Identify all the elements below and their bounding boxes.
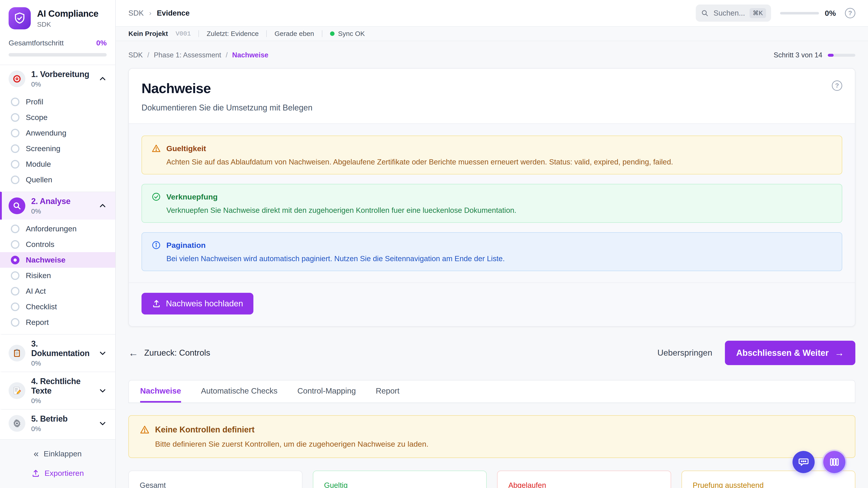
floating-action-buttons	[793, 451, 845, 473]
sidebar-section-dokumentation[interactable]: 3. Dokumentation 0%	[0, 334, 115, 372]
sidebar-item-screening[interactable]: Screening	[0, 141, 115, 156]
tab-automatische-checks[interactable]: Automatische Checks	[201, 381, 277, 402]
project-name: Kein Projekt	[128, 30, 168, 37]
section-vorbereitung-items: Profil Scope Anwendung Screening Module …	[0, 93, 115, 192]
section-title: 1. Vorbereitung	[31, 70, 92, 79]
card-help-icon[interactable]: ?	[832, 80, 842, 91]
breadcrumb-current: Evidence	[157, 9, 190, 18]
progress-value: 0%	[825, 9, 836, 18]
sidebar-footer: « Einklappen Exportieren	[0, 439, 115, 488]
page-breadcrumb: SDK / Phase 1: Assessment / Nachweise	[128, 51, 268, 59]
nachweise-card: Nachweise Dokumentieren Sie die Umsetzun…	[128, 68, 855, 327]
app-logo-row: AI Compliance SDK	[0, 0, 115, 35]
stat-card-gesamt: Gesamt 0	[128, 470, 303, 488]
radio-selected-icon	[11, 256, 20, 264]
page-subtitle: Dokumentieren Sie die Umsetzung mit Bele…	[142, 103, 312, 112]
section-pct: 0%	[31, 425, 92, 433]
info-circle-icon	[151, 240, 161, 250]
overall-progress-bar	[8, 53, 107, 57]
sidebar-item-quellen[interactable]: Quellen	[0, 172, 115, 188]
radio-icon	[11, 175, 20, 184]
tab-report[interactable]: Report	[376, 381, 399, 402]
stats-row: Gesamt 0 Gueltig 0 Abgelaufen 0 Pruefung…	[128, 470, 855, 488]
page-content: SDK / Phase 1: Assessment / Nachweise Sc…	[116, 41, 868, 488]
shield-check-logo-icon	[8, 7, 31, 29]
chevron-up-icon	[98, 74, 107, 84]
sync-status: Sync OK	[330, 30, 365, 37]
version-tag: V001	[176, 30, 191, 37]
search-icon	[701, 9, 709, 17]
back-to-controls-link[interactable]: ← Zurueck: Controls	[128, 347, 210, 359]
clipboard-icon	[8, 345, 25, 361]
topbar-breadcrumb: SDK › Evidence	[128, 9, 190, 18]
radio-icon	[11, 225, 20, 233]
sidebar-item-nachweise[interactable]: Nachweise	[0, 252, 115, 268]
radio-icon	[11, 98, 20, 106]
chevron-down-icon	[98, 349, 107, 358]
sidebar-item-anforderungen[interactable]: Anforderungen	[0, 221, 115, 236]
radio-icon	[11, 287, 20, 295]
sidebar: AI Compliance SDK Gesamtfortschritt 0% 1…	[0, 0, 116, 488]
stat-card-abgelaufen: Abgelaufen 0	[497, 470, 671, 488]
sidebar-nav: 1. Vorbereitung 0% Profil Scope Anwendun…	[0, 65, 115, 439]
no-controls-warning: Keine Kontrollen definiert Bitte definie…	[128, 415, 855, 458]
section-pct: 0%	[31, 80, 92, 88]
gear-icon	[8, 415, 25, 432]
tab-nachweise[interactable]: Nachweise	[140, 381, 181, 402]
sidebar-item-controls[interactable]: Controls	[0, 236, 115, 252]
warning-triangle-icon	[140, 425, 150, 435]
sidebar-section-vorbereitung[interactable]: 1. Vorbereitung 0%	[0, 65, 115, 93]
stat-card-pruefung-ausstehend: Pruefung ausstehend 0	[682, 470, 856, 488]
radio-icon	[11, 240, 20, 249]
sidebar-section-betrieb[interactable]: 5. Betrieb 0%	[0, 409, 115, 437]
divider	[198, 30, 199, 37]
page-title: Nachweise	[142, 80, 312, 96]
breadcrumb-root[interactable]: SDK	[128, 9, 144, 18]
skip-button[interactable]: Ueberspringen	[657, 348, 712, 358]
app-subtitle: SDK	[37, 21, 98, 28]
breadcrumb-current-page: Nachweise	[232, 51, 268, 59]
sidebar-item-risiken[interactable]: Risiken	[0, 268, 115, 283]
section-pct: 0%	[31, 359, 92, 367]
search-input[interactable]: Suchen... ⌘K	[696, 4, 771, 22]
sidebar-item-module[interactable]: Module	[0, 156, 115, 172]
sidebar-item-report[interactable]: Report	[0, 315, 115, 330]
upload-icon	[31, 469, 40, 478]
divider	[266, 30, 267, 37]
section-pct: 0%	[31, 397, 92, 404]
callout-verknuepfung: Verknuepfung Verknuepfen Sie Nachweise d…	[142, 184, 842, 223]
sidebar-section-analyse[interactable]: 2. Analyse 0%	[0, 192, 115, 220]
sidebar-item-scope[interactable]: Scope	[0, 109, 115, 125]
section-analyse-items: Anforderungen Controls Nachweise Risiken…	[0, 220, 115, 334]
radio-icon	[11, 318, 20, 327]
magnifier-icon	[8, 197, 25, 214]
last-visited: Zuletzt: Evidence	[207, 30, 258, 37]
section-title: 3. Dokumentation	[31, 339, 92, 358]
export-button[interactable]: Exportieren	[31, 469, 84, 478]
app-title-block: AI Compliance SDK	[37, 8, 98, 28]
step-progress-bar	[828, 54, 855, 57]
help-icon[interactable]: ?	[845, 8, 855, 18]
collapse-sidebar-button[interactable]: « Einklappen	[34, 449, 82, 459]
overall-progress-block: Gesamtfortschritt 0%	[0, 35, 115, 65]
sidebar-item-ai-act[interactable]: AI Act	[0, 283, 115, 299]
sidebar-item-profil[interactable]: Profil	[0, 94, 115, 109]
breadcrumb-phase[interactable]: Phase 1: Assessment	[154, 51, 221, 59]
upload-evidence-button[interactable]: Nachweis hochladen	[142, 293, 253, 315]
overall-progress-value: 0%	[96, 39, 107, 47]
sidebar-item-checklist[interactable]: Checklist	[0, 299, 115, 315]
chat-button[interactable]	[793, 451, 815, 473]
radio-icon	[11, 144, 20, 153]
breadcrumb-sdk[interactable]: SDK	[128, 51, 143, 59]
section-title: 4. Rechtliche Texte	[31, 377, 92, 396]
sync-label: Sync OK	[338, 30, 365, 37]
complete-and-next-button[interactable]: Abschliessen & Weiter →	[725, 341, 855, 365]
sync-ok-dot-icon	[330, 31, 335, 36]
columns-panel-button[interactable]	[823, 451, 845, 473]
target-icon	[8, 70, 25, 87]
main-area: SDK › Evidence Suchen... ⌘K 0% ? Kein Pr…	[116, 0, 868, 488]
step-progress: Schritt 3 von 14	[774, 51, 855, 59]
tab-control-mapping[interactable]: Control-Mapping	[297, 381, 356, 402]
sidebar-section-rechtliche-texte[interactable]: 4. Rechtliche Texte 0%	[0, 372, 115, 409]
sidebar-item-anwendung[interactable]: Anwendung	[0, 125, 115, 141]
